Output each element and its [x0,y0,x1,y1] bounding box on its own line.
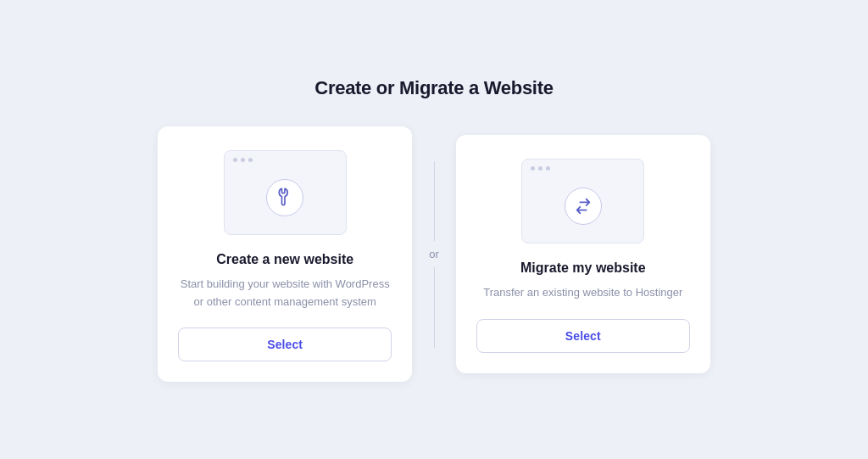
cards-row: Create a new website Start building your… [158,126,710,381]
page-title: Create or Migrate a Website [314,77,553,99]
browser-mockup-migrate [521,159,644,243]
browser-dots [225,151,346,167]
wrench-icon [271,184,298,211]
migrate-card-description: Transfer an existing website to Hostinge… [483,284,682,301]
browser-dot [241,158,245,162]
create-card-title: Create a new website [216,252,353,267]
create-select-button[interactable]: Select [178,327,392,361]
browser-dot [531,166,535,171]
divider-or: or [429,161,439,348]
browser-dot [248,158,253,162]
browser-dot [546,166,550,171]
divider-line-top [434,161,435,242]
migrate-card-title: Migrate my website [520,260,646,276]
browser-mockup-create [224,150,347,235]
browser-icon-area-migrate [522,176,643,237]
migrate-card: Migrate my website Transfer an existing … [456,135,710,372]
divider-line-bottom [434,267,435,348]
browser-icon-area [225,167,346,228]
divider-text: or [429,248,439,260]
browser-dots-migrate [522,160,643,176]
page-container: Create or Migrate a Website [0,60,868,398]
migrate-select-button[interactable]: Select [476,319,690,353]
browser-dot [233,158,237,162]
create-card-description: Start building your website with WordPre… [178,276,392,310]
wrench-icon-circle [266,179,303,216]
migrate-arrows-icon [574,197,593,216]
browser-dot [538,166,542,171]
arrows-icon-circle [565,188,602,225]
create-card: Create a new website Start building your… [158,126,412,381]
